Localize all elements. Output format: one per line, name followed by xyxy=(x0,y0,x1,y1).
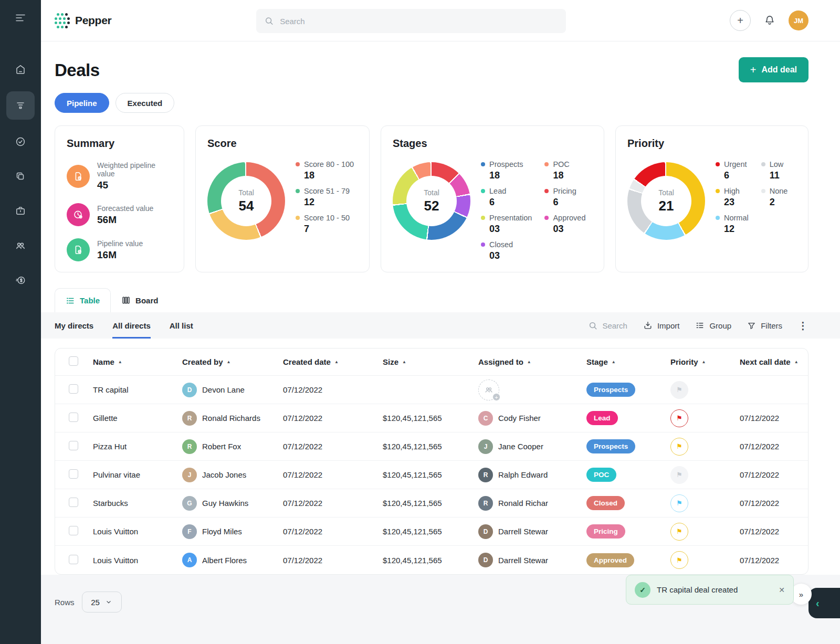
brand[interactable]: Pepper xyxy=(55,13,111,28)
column-header-priority[interactable]: Priority▲ xyxy=(670,357,740,366)
created-date-cell: 07/12/2022 xyxy=(283,470,383,479)
import-button[interactable]: Import xyxy=(643,321,680,330)
priority-flag-button[interactable]: ⚑ xyxy=(670,523,688,541)
rows-per-page-select[interactable]: 25 xyxy=(82,592,122,613)
filters-button[interactable]: Filters xyxy=(747,321,782,330)
double-chevron-right-icon: » xyxy=(799,590,803,599)
rows-value: 25 xyxy=(91,598,100,607)
topbar: Pepper + JM xyxy=(41,0,840,41)
row-checkbox[interactable] xyxy=(69,413,78,422)
summary-label: Weighted pipeline value xyxy=(97,161,172,178)
sidebar-item-documents[interactable] xyxy=(7,164,34,189)
deal-name: Pizza Hut xyxy=(93,442,182,451)
tab-all-directs[interactable]: All directs xyxy=(112,312,151,339)
tab-my-directs[interactable]: My directs xyxy=(55,312,93,339)
global-search-input[interactable] xyxy=(279,16,558,26)
tab-all-list[interactable]: All list xyxy=(170,312,193,339)
menu-toggle-button[interactable] xyxy=(14,12,27,24)
row-checkbox[interactable] xyxy=(69,526,78,535)
global-search[interactable] xyxy=(256,9,566,33)
legend-dot xyxy=(544,162,549,166)
search-icon xyxy=(265,16,274,26)
row-checkbox[interactable] xyxy=(69,498,78,507)
sort-asc-icon: ▲ xyxy=(702,360,706,364)
legend-label: None xyxy=(770,187,788,195)
priority-flag-button[interactable]: ⚑ xyxy=(670,381,688,399)
table-row[interactable]: GilletteRRonald Richards07/12/2022$120,4… xyxy=(55,404,808,432)
table-row[interactable]: Pulvinar vitaeJJacob Jones07/12/2022$120… xyxy=(55,461,808,489)
select-all-checkbox[interactable] xyxy=(69,356,78,366)
table-row[interactable]: Louis VuittonAAlbert Flores07/12/2022$12… xyxy=(55,546,808,574)
row-checkbox[interactable] xyxy=(69,384,78,394)
legend-item: Closed03 xyxy=(481,240,532,261)
flag-icon: ⚑ xyxy=(676,528,682,535)
priority-flag-button[interactable]: ⚑ xyxy=(670,551,688,569)
table-header: Name▲Created by▲Created date▲Size▲Assign… xyxy=(55,349,808,376)
user-avatar[interactable]: JM xyxy=(789,10,808,30)
legend-dot xyxy=(481,162,485,166)
column-header-stage[interactable]: Stage▲ xyxy=(586,357,670,366)
table-row[interactable]: Louis VuittonFFloyd Miles07/12/2022$120,… xyxy=(55,518,808,546)
column-header-name[interactable]: Name▲ xyxy=(93,357,182,366)
notifications-button[interactable] xyxy=(763,14,776,27)
avatar: J xyxy=(182,468,197,482)
score-donut: Total 54 xyxy=(207,162,285,240)
quick-add-button[interactable]: + xyxy=(730,10,751,31)
sidebar-item-contacts[interactable] xyxy=(7,233,34,258)
legend-dot xyxy=(716,162,720,166)
column-header-assigned-to[interactable]: Assigned to▲ xyxy=(478,357,586,366)
created-by-cell: JJacob Jones xyxy=(182,468,283,482)
priority-flag-button[interactable]: ⚑ xyxy=(670,466,688,484)
priority-flag-button[interactable]: ⚑ xyxy=(670,409,688,427)
column-label: Size xyxy=(383,357,398,366)
tab-executed[interactable]: Executed xyxy=(116,93,175,113)
group-button[interactable]: Group xyxy=(695,321,731,330)
created-by-name: Jacob Jones xyxy=(202,470,246,479)
sidebar-item-home[interactable] xyxy=(7,57,34,82)
tab-pipeline[interactable]: Pipeline xyxy=(55,93,109,113)
sidebar-item-deals[interactable] xyxy=(6,91,35,120)
column-header-size[interactable]: Size▲ xyxy=(383,357,478,366)
next-call-date-cell: 07/12/2022 xyxy=(740,470,808,479)
flag-icon: ⚑ xyxy=(676,443,682,450)
priority-flag-button[interactable]: ⚑ xyxy=(670,494,688,512)
avatar: C xyxy=(478,411,493,426)
column-header-created-date[interactable]: Created date▲ xyxy=(283,357,383,366)
assign-user-button[interactable]: + xyxy=(478,379,499,400)
legend-value: 6 xyxy=(553,197,585,208)
sidebar-item-finance[interactable] xyxy=(7,268,34,293)
pipeline-executed-tabs: Pipeline Executed xyxy=(55,93,840,113)
bell-icon xyxy=(763,14,776,27)
column-header-next-call-date[interactable]: Next call date▲ xyxy=(740,357,808,366)
legend-item: None2 xyxy=(761,187,788,208)
row-checkbox[interactable] xyxy=(69,555,78,564)
created-by-name: Albert Flores xyxy=(202,556,247,565)
toast-close-button[interactable]: ✕ xyxy=(779,586,785,594)
table-row[interactable]: StarbucksGGuy Hawkins07/12/2022$120,45,1… xyxy=(55,489,808,518)
more-options-button[interactable]: ⋮ xyxy=(798,320,808,332)
created-date-cell: 07/12/2022 xyxy=(283,385,383,394)
legend-label: Urgent xyxy=(724,160,747,168)
table-row[interactable]: Pizza HutRRobert Fox07/12/2022$120,45,12… xyxy=(55,432,808,461)
add-deal-button[interactable]: + Add deal xyxy=(739,57,808,82)
expand-panel-button[interactable]: » xyxy=(791,584,812,605)
side-panel-handle[interactable]: ‹ xyxy=(808,588,840,618)
column-header-created-by[interactable]: Created by▲ xyxy=(182,357,283,366)
table-row[interactable]: TR capitalDDevon Lane07/12/2022+Prospect… xyxy=(55,376,808,404)
assigned-to-name: Darrell Stewar xyxy=(498,527,548,536)
overview-cards: Summary Weighted pipeline value45Forecas… xyxy=(55,125,808,272)
summary-value: 56M xyxy=(97,214,153,226)
priority-flag-button[interactable]: ⚑ xyxy=(670,438,688,456)
row-checkbox[interactable] xyxy=(69,441,78,450)
tab-board-view[interactable]: Board xyxy=(111,288,169,312)
legend-value: 03 xyxy=(489,224,532,235)
table-search-button[interactable]: Search xyxy=(589,321,627,330)
tab-table-view[interactable]: Table xyxy=(55,288,111,312)
legend-dot xyxy=(761,189,765,193)
row-checkbox[interactable] xyxy=(69,469,78,479)
legend-item: Lead6 xyxy=(481,187,532,208)
sidebar-item-companies[interactable] xyxy=(7,198,34,224)
stage-badge: Closed xyxy=(586,496,625,510)
sidebar-item-tasks[interactable] xyxy=(7,129,34,154)
created-by-cell: DDevon Lane xyxy=(182,383,283,397)
